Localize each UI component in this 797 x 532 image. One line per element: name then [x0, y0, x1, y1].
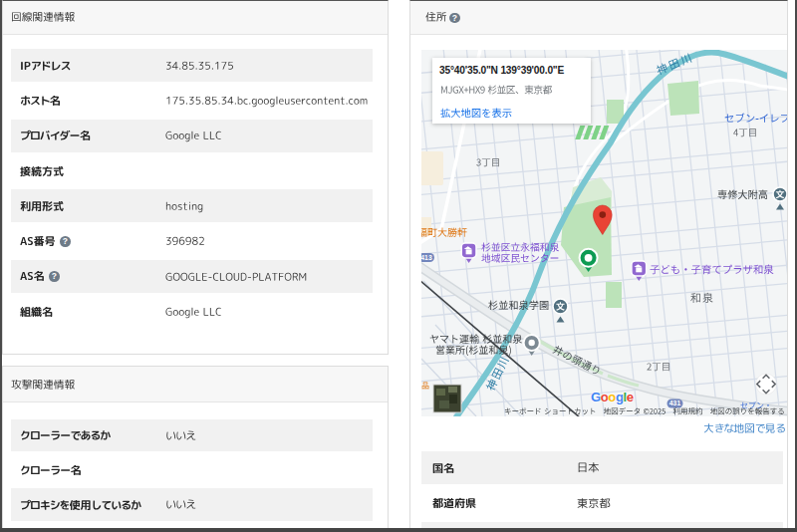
svg-text:413: 413	[421, 254, 432, 261]
svg-text:431: 431	[669, 399, 681, 406]
